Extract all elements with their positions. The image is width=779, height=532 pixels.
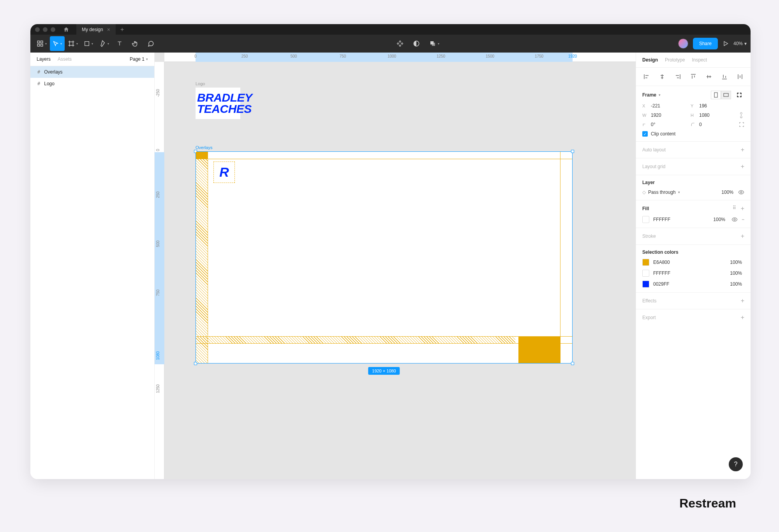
selection-handle[interactable] (571, 362, 574, 365)
visibility-icon[interactable] (731, 216, 738, 223)
logo-content: BRADLEY TEACHES (196, 88, 240, 119)
share-button[interactable]: Share (693, 38, 718, 49)
home-button[interactable] (63, 26, 69, 33)
blend-mode-selector[interactable]: ◇ Pass through ▾ (642, 190, 680, 195)
logo-frame[interactable]: Logo BRADLEY TEACHES (196, 81, 240, 119)
color-swatch[interactable] (642, 281, 649, 288)
frame-tool[interactable]: ▾ (65, 36, 80, 51)
selection-handle[interactable] (571, 150, 574, 153)
minimize-window[interactable] (43, 27, 48, 32)
height-input[interactable]: H1080 (691, 112, 734, 118)
export-section[interactable]: Export + (636, 309, 751, 326)
rotation-input[interactable]: 0° (642, 122, 686, 127)
color-swatch[interactable] (642, 259, 649, 266)
resize-to-fit-icon[interactable] (734, 91, 744, 99)
align-center-h-icon[interactable] (658, 72, 666, 81)
fill-swatch[interactable] (642, 216, 649, 223)
ruler-tick: -250 (156, 89, 160, 97)
ruler-tick: 0 (156, 149, 160, 151)
add-icon[interactable]: + (741, 314, 744, 321)
canvas-area[interactable]: 0 250 500 750 1000 1250 1500 1750 1920 -… (155, 53, 636, 479)
chevron-down-icon[interactable]: ▾ (659, 93, 661, 97)
align-bottom-icon[interactable] (720, 72, 729, 81)
present-button[interactable] (723, 40, 729, 47)
radius-input[interactable]: 0 (691, 122, 734, 127)
auto-layout-section[interactable]: Auto layout + (636, 142, 751, 158)
layers-tab[interactable]: Layers (37, 56, 51, 62)
x-input[interactable]: X-221 (642, 103, 686, 109)
selection-color-row[interactable]: E6A800 100% (642, 259, 744, 266)
fill-row[interactable]: FFFFFF 100% − (642, 216, 744, 223)
selection-color-row[interactable]: FFFFFF 100% (642, 270, 744, 277)
effects-section[interactable]: Effects + (636, 293, 751, 309)
add-icon[interactable]: + (741, 163, 744, 170)
align-center-v-icon[interactable] (705, 72, 713, 81)
distribute-icon[interactable] (736, 72, 744, 81)
style-icon[interactable]: ⠿ (733, 205, 736, 212)
add-icon[interactable]: + (741, 146, 744, 153)
overlays-content[interactable]: R 1920 × 1080 (196, 151, 573, 363)
hand-tool[interactable] (128, 36, 143, 51)
overlays-frame[interactable]: Overlays (196, 145, 573, 363)
constrain-proportions-icon[interactable] (739, 112, 744, 119)
help-button[interactable]: ? (729, 457, 743, 471)
design-tab[interactable]: Design (642, 57, 658, 63)
portrait-toggle[interactable] (711, 91, 721, 99)
component-tool[interactable] (394, 36, 406, 51)
maximize-window[interactable] (51, 27, 55, 32)
left-panel-tabs: Layers Assets Page 1 ▾ (30, 53, 154, 66)
svg-rect-0 (37, 41, 39, 43)
boolean-tool[interactable]: ▾ (427, 36, 442, 51)
new-tab-button[interactable]: + (120, 26, 124, 33)
color-opacity: 100% (730, 260, 744, 265)
y-input[interactable]: Y196 (691, 103, 734, 109)
shape-tool[interactable]: ▾ (81, 36, 96, 51)
pen-tool[interactable]: ▾ (97, 36, 111, 51)
layer-item-overlays[interactable]: # Overlays (30, 66, 154, 78)
align-top-icon[interactable] (689, 72, 698, 81)
clip-content-checkbox[interactable]: ✓ Clip content (642, 131, 744, 137)
layout-grid-section[interactable]: Layout grid + (636, 158, 751, 175)
align-right-icon[interactable] (673, 72, 682, 81)
inspect-tab[interactable]: Inspect (692, 57, 707, 63)
layer-opacity-input[interactable]: 100% (721, 190, 733, 195)
grid-margin (196, 159, 208, 337)
assets-tab[interactable]: Assets (58, 56, 72, 62)
mask-tool[interactable] (411, 36, 422, 51)
overlay-element[interactable]: R (213, 162, 235, 183)
zoom-selector[interactable]: 40% ▾ (733, 41, 747, 46)
prototype-tab[interactable]: Prototype (665, 57, 685, 63)
fill-hex[interactable]: FFFFFF (653, 217, 670, 222)
add-icon[interactable]: + (741, 205, 744, 212)
width-input[interactable]: W1920 (642, 112, 686, 118)
fill-opacity[interactable]: 100% (713, 217, 728, 222)
layer-item-label: Overlays (44, 69, 62, 75)
selection-color-row[interactable]: 0029FF 100% (642, 281, 744, 288)
color-opacity: 100% (730, 281, 744, 287)
color-swatch[interactable] (642, 270, 649, 277)
independent-corners-icon[interactable] (739, 122, 744, 127)
user-avatar[interactable] (678, 39, 688, 49)
svg-point-10 (740, 191, 742, 193)
landscape-toggle[interactable] (721, 91, 731, 99)
grid-line (560, 152, 560, 363)
move-tool[interactable]: ▾ (50, 36, 65, 51)
stroke-section[interactable]: Stroke + (636, 228, 751, 245)
canvas[interactable]: Logo BRADLEY TEACHES Overlays (164, 62, 636, 479)
add-icon[interactable]: + (741, 233, 744, 240)
main-menu-button[interactable]: ▾ (34, 36, 49, 51)
text-tool[interactable] (112, 36, 127, 51)
add-icon[interactable]: + (741, 297, 744, 304)
file-tab[interactable]: My design × (76, 24, 116, 35)
brand-watermark: Restream (679, 496, 736, 511)
close-tab-icon[interactable]: × (107, 26, 110, 33)
remove-icon[interactable]: − (742, 217, 744, 222)
right-panel-tabs: Design Prototype Inspect (636, 53, 751, 68)
align-left-icon[interactable] (642, 72, 651, 81)
comment-tool[interactable] (143, 36, 158, 51)
close-window[interactable] (35, 27, 40, 32)
page-selector[interactable]: Page 1 ▾ (130, 56, 148, 62)
visibility-icon[interactable] (738, 189, 744, 195)
frame-icon: # (37, 69, 40, 75)
layer-item-logo[interactable]: # Logo (30, 78, 154, 90)
